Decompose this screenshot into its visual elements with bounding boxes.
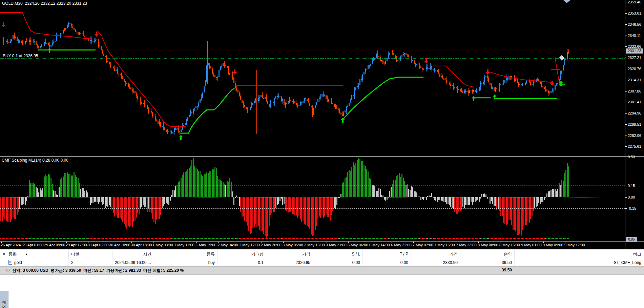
time-label: 26 Apr 2024 <box>1 243 21 247</box>
time-label: 1 May 19:00 <box>196 243 216 247</box>
cell-time: 2024.05.09 16:00:... <box>112 259 154 266</box>
indicator-label-tick: 0.00 <box>628 195 635 199</box>
column-header-type[interactable]: 종류 <box>154 250 217 259</box>
price-axis-line <box>625 0 625 249</box>
time-label: 29 Apr 17:00 <box>66 243 87 247</box>
position-row[interactable]: gold22024.05.09 16:00:...buy0.12326.950.… <box>0 259 644 266</box>
price-label: 2359.46 <box>628 0 641 4</box>
price-tick <box>625 24 627 25</box>
time-label: 8 May 16:00 <box>499 243 520 247</box>
price-tick <box>625 113 627 114</box>
time-label: 7 May 07:00 <box>413 243 433 247</box>
price-label: 2282.06 <box>628 134 641 138</box>
cell-current-price: 2330.90 <box>411 259 460 266</box>
indicator-label-tick: 0.53 <box>628 155 635 159</box>
price-label: 2294.96 <box>628 111 641 115</box>
cell-symbol: gold <box>6 259 69 266</box>
time-label: 7 May 15:00 <box>434 243 455 247</box>
column-header-profit[interactable]: 손익 <box>460 250 515 259</box>
indicator-label-tick: 0.15 <box>628 184 635 188</box>
time-label: 29 Apr 09:00 <box>44 243 65 247</box>
time-label: 2 May 20:00 <box>261 243 282 247</box>
price-label: 2307.86 <box>628 89 641 93</box>
total-profit: 39.50 <box>460 268 512 272</box>
price-label: 2275.61 <box>628 144 641 148</box>
column-header-sl[interactable]: S / L <box>313 250 363 259</box>
time-label: 6 May 22:00 <box>391 243 412 247</box>
indicator-tick <box>625 208 627 209</box>
time-label: 9 May 01:00 <box>521 243 542 247</box>
panel-divider-2[interactable] <box>0 241 644 242</box>
column-header-symbol[interactable]: 통화▲ <box>6 250 69 259</box>
indicator-tick <box>625 186 627 186</box>
price-label: 2340.11 <box>628 34 641 38</box>
panel-divider[interactable] <box>0 156 644 157</box>
chart-shift-marker-icon <box>563 0 570 3</box>
price-tick <box>625 124 627 125</box>
price-tick <box>625 13 627 14</box>
mt4-window: GOLD,M30 2324.26 2332.12 2323.20 2331.23… <box>0 0 644 308</box>
bid-price-box: 2331.23 <box>626 48 643 54</box>
time-label: 3 May 21:00 <box>326 243 347 247</box>
order-doc-icon <box>8 260 12 265</box>
cell-sl: 0.00 <box>313 259 363 266</box>
positions-table-header: ✕통화▲티켓시간종류거래량가격S / LT / P가격손익비고 <box>0 250 644 259</box>
price-label: 2346.56 <box>628 22 641 26</box>
chart-symbol-title: GOLD,M30 2324.26 2332.12 2323.20 2331.23 <box>2 1 87 6</box>
price-tick <box>625 69 627 69</box>
cell-volume: 0.1 <box>217 259 266 266</box>
cell-tp: 0.00 <box>363 259 411 266</box>
indicator-value-box: 0.05 <box>626 237 637 242</box>
balance-summary: 잔액: 3 000.00 USD 평가금: 3 039.50 마진: 58.17… <box>12 268 184 273</box>
price-label: 2333.66 <box>628 44 641 48</box>
indicator-label: CMF Scalping M1(14) 0.28 0.00 0.00 <box>2 158 68 163</box>
time-label: 9 May 09:00 <box>543 243 563 247</box>
cell-close[interactable] <box>0 259 6 266</box>
column-header-comment[interactable]: 비고 <box>515 250 644 259</box>
price-tick <box>625 102 627 102</box>
time-label: 29 Apr 01:00 <box>22 243 43 247</box>
time-label: 6 May 06:00 <box>348 243 368 247</box>
balance-row: ⊕ 잔액: 3 000.00 USD 평가금: 3 039.50 마진: 58.… <box>0 266 644 275</box>
time-label: 8 May 08:00 <box>478 243 498 247</box>
price-label: 2301.41 <box>628 100 641 104</box>
cell-ticket: 2 <box>69 259 112 266</box>
price-label: 2353.01 <box>628 11 641 15</box>
time-label: 30 Apr 10:00 <box>109 243 130 247</box>
price-tick <box>625 36 627 36</box>
sort-asc-icon: ▲ <box>25 253 28 255</box>
plus-circle-icon: ⊕ <box>6 267 10 272</box>
column-header-ticket[interactable]: 티켓 <box>69 250 112 259</box>
indicator-label-tick: -0.15 <box>628 206 636 210</box>
time-label: 1 May 03:00 <box>152 243 173 247</box>
time-label: 7 May 23:00 <box>456 243 477 247</box>
time-label: 30 Apr 18:00 <box>131 243 152 247</box>
price-label: 2320.76 <box>628 67 641 71</box>
price-chart[interactable] <box>0 0 625 156</box>
time-label: 2 May 04:00 <box>217 243 238 247</box>
time-label: 3 May 13:00 <box>304 243 325 247</box>
price-tick <box>625 146 627 147</box>
bottom-left-tab[interactable]: 예 머 <box>0 291 8 308</box>
price-tick <box>625 80 627 80</box>
column-header-volume[interactable]: 거래량 <box>217 250 266 259</box>
indicator-tick <box>625 197 627 198</box>
cell-comment: ST_CMF_Long <box>515 259 644 266</box>
time-label: 2 May 12:00 <box>239 243 260 247</box>
cell-profit: 39.50 <box>460 259 515 266</box>
cell-open-price: 2326.95 <box>266 259 313 266</box>
column-header-current-price[interactable]: 가격 <box>411 250 460 259</box>
price-tick <box>625 58 627 58</box>
price-tick <box>625 136 627 136</box>
column-header-open-price[interactable]: 가격 <box>266 250 313 259</box>
cmf-indicator-chart[interactable] <box>0 157 625 241</box>
time-label: 9 May 17:00 <box>564 243 585 247</box>
price-tick <box>625 91 627 91</box>
column-header-time[interactable]: 시간 <box>112 250 154 259</box>
column-header-tp[interactable]: T / P <box>363 250 411 259</box>
tab-char-1: 예 <box>0 300 8 305</box>
time-label: 30 Apr 02:00 <box>87 243 108 247</box>
indicator-tick <box>625 157 627 157</box>
close-button[interactable]: ✕ <box>0 250 6 259</box>
price-label: 2314.31 <box>628 78 641 82</box>
